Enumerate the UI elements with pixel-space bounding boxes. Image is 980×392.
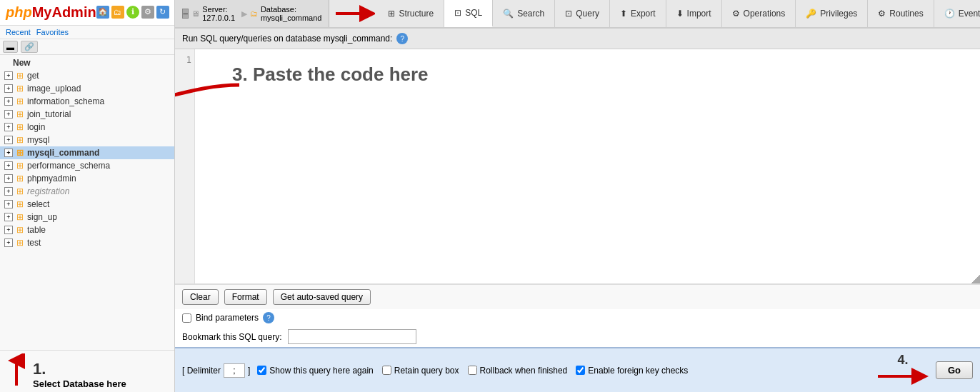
list-item[interactable]: + ⊞ phpmyadmin — [0, 172, 174, 185]
step-1-num: 1. — [33, 360, 126, 378]
info-icon[interactable]: ℹ — [126, 6, 139, 19]
delimiter-section: [ Delimiter ] — [182, 363, 250, 378]
sidebar: phpMyAdmin 🏠 🗂 ℹ ⚙ ↻ 2. Recent Favorites… — [0, 0, 175, 392]
expand-icon[interactable]: + — [4, 226, 13, 234]
clear-button[interactable]: Clear — [182, 289, 219, 305]
show-again-checkbox[interactable] — [257, 366, 266, 375]
list-item[interactable]: + ⊞ mysql — [0, 134, 174, 146]
retain-box-checkbox[interactable] — [382, 366, 391, 375]
tab-operations[interactable]: ⚙ Operations — [722, 0, 796, 27]
tab-import[interactable]: ⬇ Import — [666, 0, 722, 27]
show-again-checkbox-label[interactable]: Show this query here again — [257, 366, 373, 376]
db-item-label: join_tutorial — [27, 109, 71, 119]
expand-icon[interactable]: + — [4, 200, 13, 208]
resize-handle[interactable] — [971, 275, 980, 283]
list-item[interactable]: + ⊞ get — [0, 69, 174, 82]
sql-header-text: Run SQL query/queries on database mysqli… — [182, 34, 392, 44]
sql-textarea[interactable] — [195, 49, 980, 283]
list-item[interactable]: + ⊞ login — [0, 121, 174, 134]
refresh-icon[interactable]: ↻ — [156, 6, 169, 19]
step-arrow-container — [329, 0, 378, 27]
help-icon[interactable]: ? — [396, 33, 408, 44]
sidebar-bottom: 1. Select Database here — [0, 350, 174, 392]
import-tab-icon: ⬇ — [676, 9, 684, 19]
retain-box-checkbox-label[interactable]: Retain query box — [382, 366, 459, 376]
db-table-icon: ⊞ — [15, 199, 25, 209]
foreign-keys-label: Enable foreign key checks — [588, 366, 688, 376]
list-item[interactable]: + ⊞ registration — [0, 185, 174, 198]
list-item[interactable]: + ⊞ image_upload — [0, 82, 174, 95]
go-button[interactable]: Go — [936, 361, 973, 379]
sidebar-nav: Recent Favorites — [0, 26, 174, 39]
server-info: ─ 🖥 Server: 127.0.0.1 ▶ 🗂 Database: mysq… — [175, 0, 329, 27]
server-icon: 🖥 — [191, 9, 199, 18]
list-item[interactable]: + ⊞ select — [0, 198, 174, 211]
db-item-label: table — [27, 225, 46, 235]
line-number-1: 1 — [186, 55, 191, 65]
expand-icon[interactable]: + — [4, 136, 13, 144]
search-tab-label: Search — [517, 9, 544, 19]
active-database-item[interactable]: + ⊞ mysqli_command — [0, 146, 174, 159]
db-table-icon: ⊞ — [15, 84, 25, 94]
step-4-arrow-icon — [874, 368, 931, 386]
list-item[interactable]: + ⊞ information_schema — [0, 95, 174, 108]
export-tab-label: Export — [631, 9, 656, 19]
expand-icon[interactable]: + — [4, 123, 13, 131]
expand-icon[interactable]: + — [4, 97, 13, 106]
db-table-icon: ⊞ — [15, 174, 25, 184]
expand-icon[interactable]: + — [4, 161, 13, 170]
expand-icon[interactable]: + — [4, 110, 13, 119]
logo-bar: phpMyAdmin 🏠 🗂 ℹ ⚙ ↻ 2. — [0, 0, 174, 26]
recent-link[interactable]: Recent — [6, 28, 31, 36]
list-item[interactable]: + ⊞ test — [0, 236, 174, 249]
expand-icon[interactable]: + — [4, 174, 13, 183]
delimiter-input[interactable] — [224, 363, 245, 378]
foreign-keys-checkbox[interactable] — [576, 366, 585, 375]
db-item-label: mysqli_command — [27, 148, 99, 158]
list-item[interactable]: + ⊞ performance_schema — [0, 159, 174, 172]
list-item[interactable]: + ⊞ join_tutorial — [0, 108, 174, 121]
expand-icon[interactable]: + — [4, 213, 13, 221]
list-item[interactable]: + ⊞ sign_up — [0, 211, 174, 223]
link-btn[interactable]: 🔗 — [21, 41, 38, 53]
list-item[interactable]: + ⊞ table — [0, 223, 174, 236]
collapse-btn[interactable]: ▬ — [3, 41, 18, 53]
format-button[interactable]: Format — [224, 289, 267, 305]
settings-icon[interactable]: ⚙ — [141, 6, 154, 19]
tab-search[interactable]: 🔍 Search — [493, 0, 555, 27]
rollback-checkbox[interactable] — [468, 366, 477, 375]
tab-routines[interactable]: ⚙ Routines — [868, 0, 934, 27]
retain-box-label: Retain query box — [394, 366, 459, 376]
expand-icon[interactable]: + — [4, 84, 13, 93]
expand-icon[interactable]: + — [4, 238, 13, 247]
expand-icon[interactable]: + — [4, 149, 13, 157]
tab-sql[interactable]: ⊡ SQL — [444, 0, 493, 27]
tab-export[interactable]: ⬆ Export — [610, 0, 666, 27]
tab-events[interactable]: 🕐 Events — [934, 0, 980, 27]
database-list: New + ⊞ get + ⊞ image_upload + ⊞ informa… — [0, 55, 174, 350]
tab-privileges[interactable]: 🔑 Privileges — [796, 0, 868, 27]
db-table-icon: ⊞ — [15, 71, 25, 81]
home-icon[interactable]: 🏠 — [96, 6, 109, 19]
new-database-item[interactable]: New — [0, 56, 174, 69]
expand-icon[interactable]: + — [4, 71, 13, 80]
search-tab-icon: 🔍 — [503, 9, 514, 19]
bind-parameters-row: Bind parameters ? — [175, 309, 980, 326]
expand-icon[interactable]: + — [4, 187, 13, 196]
bookmark-input[interactable] — [288, 329, 416, 344]
db-table-icon: ⊞ — [15, 109, 25, 119]
favorites-link[interactable]: Favorites — [36, 28, 69, 36]
minimize-button[interactable]: ─ — [182, 9, 189, 19]
db-item-label: login — [27, 122, 45, 132]
bind-parameters-checkbox[interactable] — [182, 313, 191, 323]
foreign-keys-checkbox-label[interactable]: Enable foreign key checks — [576, 366, 688, 376]
tab-structure[interactable]: ⊞ Structure — [378, 0, 444, 27]
rollback-checkbox-label[interactable]: Rollback when finished — [468, 366, 568, 376]
tab-query[interactable]: ⊡ Query — [555, 0, 610, 27]
bind-parameters-help-icon[interactable]: ? — [263, 312, 274, 323]
get-auto-saved-button[interactable]: Get auto-saved query — [273, 289, 371, 305]
routines-tab-label: Routines — [889, 9, 923, 19]
db-icon[interactable]: 🗂 — [111, 6, 124, 19]
bind-parameters-label[interactable]: Bind parameters — [196, 313, 259, 323]
right-arrow-icon — [332, 3, 375, 24]
